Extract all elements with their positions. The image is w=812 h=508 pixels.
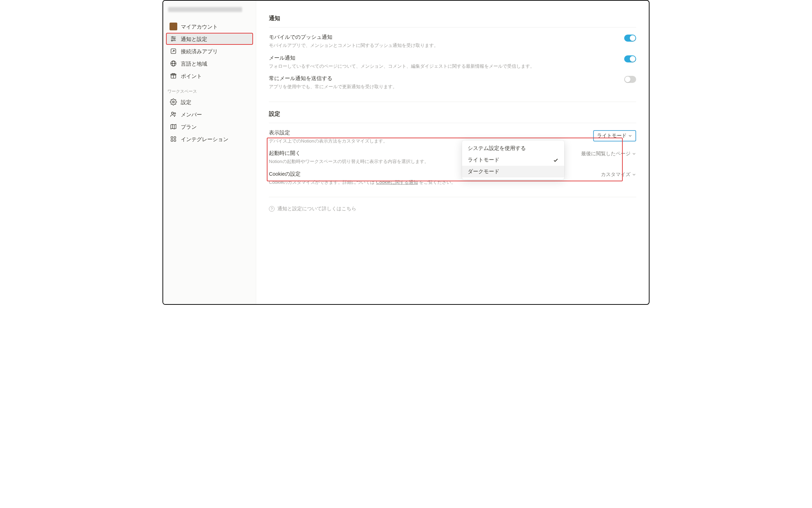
sidebar-section-workspace: ワークスペース <box>163 87 256 96</box>
toggle-email-notifications[interactable] <box>624 55 636 62</box>
dropdown-option-label: ダークモード <box>468 168 499 175</box>
svg-point-14 <box>172 112 174 114</box>
setting-desc: モバイルアプリで、メンションとコメントに関するプッシュ通知を受け取ります。 <box>269 42 610 49</box>
workspace-name-redacted <box>168 7 242 12</box>
check-icon <box>553 146 559 151</box>
svg-point-3 <box>174 38 175 39</box>
sidebar-item-label: ポイント <box>181 72 202 80</box>
setting-row-push: モバイルでのプッシュ通知 モバイルアプリで、メンションとコメントに関するプッシュ… <box>269 30 636 50</box>
people-icon <box>170 110 177 118</box>
setting-desc: フォローしているすべてのページについて、メンション、コメント、編集ダイジェストに… <box>269 63 610 70</box>
select-cookies[interactable]: カスタマイズ <box>601 171 636 178</box>
select-value: カスタマイズ <box>601 171 630 178</box>
sidebar-item-language-region[interactable]: 言語と地域 <box>166 58 253 69</box>
setting-label: 表示設定 <box>269 129 579 136</box>
help-text: 通知と設定について詳しくはこちら <box>277 206 356 212</box>
settings-modal: マイアカウント 通知と設定 接続済みアプリ 言語と地域 <box>162 0 650 305</box>
grid-icon <box>170 135 177 143</box>
sidebar-item-notifications-settings[interactable]: 通知と設定 <box>166 33 253 45</box>
select-value: ライトモード <box>597 133 627 139</box>
sidebar-item-my-account[interactable]: マイアカウント <box>166 20 253 32</box>
setting-label: モバイルでのプッシュ通知 <box>269 34 610 41</box>
sidebar-account-group: マイアカウント 通知と設定 接続済みアプリ 言語と地域 <box>163 20 256 82</box>
sidebar-item-connected-apps[interactable]: 接続済みアプリ <box>166 45 253 57</box>
svg-point-15 <box>174 113 176 114</box>
divider <box>269 197 636 197</box>
question-icon: ? <box>269 206 275 212</box>
setting-desc: アプリを使用中でも、常にメールで更新通知を受け取ります。 <box>269 83 610 90</box>
setting-row-email: メール通知 フォローしているすべてのページについて、メンション、コメント、編集ダ… <box>269 50 636 71</box>
svg-rect-20 <box>171 140 173 141</box>
sidebar-item-label: 言語と地域 <box>181 60 207 67</box>
sidebar-item-members[interactable]: メンバー <box>166 108 253 120</box>
svg-point-1 <box>172 36 173 37</box>
divider <box>269 27 636 28</box>
sidebar-workspace-group: 設定 メンバー プラン インテグレーション <box>163 96 256 145</box>
sidebar-item-points[interactable]: ポイント <box>166 70 253 82</box>
cookie-notice-link[interactable]: Cookieに関する通知 <box>376 180 418 185</box>
gift-icon <box>170 72 177 80</box>
sidebar-item-settings[interactable]: 設定 <box>166 96 253 108</box>
divider <box>269 123 636 123</box>
section-title-settings: 設定 <box>269 110 636 118</box>
dropdown-option-label: システム設定を使用する <box>468 145 526 152</box>
select-appearance[interactable]: ライトモード <box>593 130 636 141</box>
check-icon <box>553 169 559 175</box>
svg-rect-18 <box>171 137 173 138</box>
svg-rect-19 <box>174 137 176 138</box>
arrow-box-icon <box>170 47 177 55</box>
select-value: 最後に閲覧したページ <box>581 151 630 157</box>
dropdown-option-light[interactable]: ライトモード <box>462 154 564 166</box>
check-icon <box>553 157 559 163</box>
setting-label: メール通知 <box>269 55 610 61</box>
sliders-icon <box>170 35 177 43</box>
sidebar-item-label: 通知と設定 <box>181 35 207 43</box>
map-icon <box>170 123 177 131</box>
help-link[interactable]: ? 通知と設定について詳しくはこちら <box>269 206 636 212</box>
appearance-dropdown: システム設定を使用する ライトモード ダークモード <box>462 140 564 180</box>
section-title-notifications: 通知 <box>269 15 636 22</box>
gear-icon <box>170 98 177 106</box>
sidebar-item-integrations[interactable]: インテグレーション <box>166 133 253 145</box>
setting-row-startup: 起動時に開く Notionの起動時やワークスペースの切り替え時に表示する内容を選… <box>269 146 636 167</box>
setting-row-appearance: 表示設定 デバイス上でのNotionの表示方法をカスタマイズします。 ライトモー… <box>269 125 636 146</box>
sidebar-item-label: 接続済みアプリ <box>181 48 218 55</box>
sidebar-item-label: インテグレーション <box>181 135 228 143</box>
toggle-push-notifications[interactable] <box>624 35 636 42</box>
sidebar-item-plans[interactable]: プラン <box>166 121 253 133</box>
workspace-header <box>168 7 251 17</box>
svg-rect-12 <box>171 74 176 75</box>
dropdown-option-dark[interactable]: ダークモード <box>462 166 564 177</box>
chevron-down-icon <box>632 152 636 156</box>
chevron-down-icon <box>628 134 632 138</box>
sidebar-item-label: メンバー <box>181 111 202 118</box>
dropdown-option-system[interactable]: システム設定を使用する <box>462 143 564 154</box>
select-startup[interactable]: 最後に閲覧したページ <box>581 151 636 157</box>
chevron-down-icon <box>632 173 636 177</box>
divider <box>269 102 636 102</box>
setting-row-always-email: 常にメール通知を送信する アプリを使用中でも、常にメールで更新通知を受け取ります… <box>269 71 636 92</box>
sidebar-item-label: 設定 <box>181 98 191 106</box>
svg-point-5 <box>171 40 172 41</box>
sidebar: マイアカウント 通知と設定 接続済みアプリ 言語と地域 <box>163 1 256 304</box>
sidebar-item-label: プラン <box>181 123 197 131</box>
svg-point-13 <box>173 101 174 103</box>
svg-rect-21 <box>174 140 176 141</box>
dropdown-option-label: ライトモード <box>468 157 499 163</box>
globe-icon <box>170 60 177 67</box>
setting-label: 常にメール通知を送信する <box>269 75 610 82</box>
main-panel: 通知 モバイルでのプッシュ通知 モバイルアプリで、メンションとコメントに関するプ… <box>256 1 649 304</box>
sidebar-item-label: マイアカウント <box>181 23 218 30</box>
toggle-always-email[interactable] <box>624 76 636 83</box>
avatar-icon <box>170 23 177 30</box>
setting-desc: Cookieのカスタマイズができます。詳細については Cookieに関する通知 … <box>269 179 587 186</box>
setting-row-cookies: Cookieの設定 Cookieのカスタマイズができます。詳細については Coo… <box>269 167 636 187</box>
